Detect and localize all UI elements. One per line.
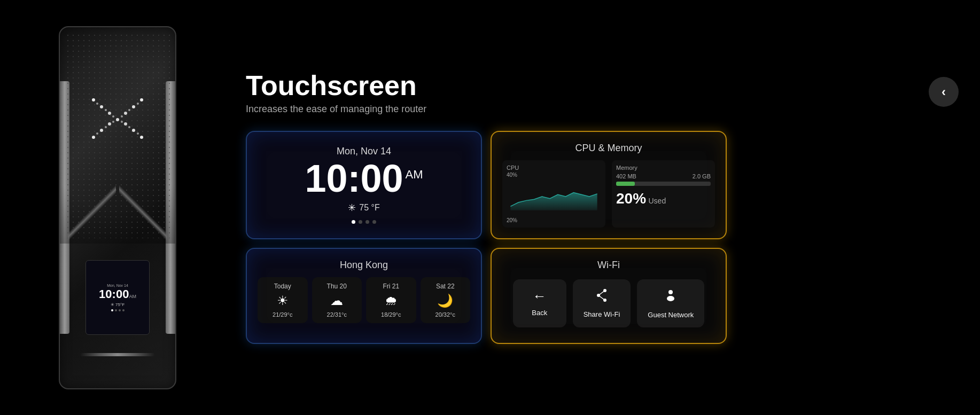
day-label-thu: Thu 20 — [327, 283, 347, 290]
svg-point-2 — [108, 112, 111, 115]
memory-pct: 20% — [616, 190, 646, 207]
datetime-dots — [352, 220, 376, 224]
svg-point-30 — [668, 290, 673, 294]
sun-icon: ✳ — [348, 202, 356, 214]
svg-point-4 — [124, 112, 127, 115]
guest-svg — [663, 288, 678, 303]
dot-4 — [372, 220, 376, 224]
weather-card: Hong Kong Today ☀ 21/29°c Thu 20 ☁ 22/31… — [246, 248, 482, 344]
screen-weather: ✳ 75°F — [111, 302, 125, 307]
memory-bar-fill — [616, 182, 635, 186]
weather-temp-thu: 22/31°c — [327, 311, 347, 318]
back-arrow-icon: ← — [533, 288, 547, 304]
header-section: Touchscreen Increases the ease of managi… — [246, 72, 959, 115]
wifi-buttons: ← Back Share Wi-Fi — [502, 279, 715, 327]
weather-days: Today ☀ 21/29°c Thu 20 ☁ 22/31°c Fri 21 … — [258, 277, 470, 323]
svg-point-1 — [100, 105, 103, 108]
router-bottom-strip — [80, 353, 155, 356]
memory-total: 2.0 GB — [693, 173, 711, 179]
weather-temp-fri: 18/29°c — [381, 311, 401, 318]
cpu-chart-svg — [507, 178, 601, 215]
page-title: Touchscreen — [246, 72, 426, 99]
title-area: Touchscreen Increases the ease of managi… — [246, 72, 426, 115]
screen-dots — [111, 309, 125, 311]
svg-point-3 — [116, 118, 119, 121]
wifi-card: Wi-Fi ← Back — [491, 248, 727, 344]
memory-label: Memory — [616, 165, 711, 171]
svg-point-6 — [140, 98, 143, 101]
weather-temp-sat: 20/32°c — [435, 311, 455, 318]
datetime-time: 10:00AM — [305, 159, 423, 198]
weather-day-sat: Sat 22 🌙 20/32°c — [421, 277, 471, 323]
weather-day-fri: Fri 21 🌧 18/29°c — [366, 277, 416, 323]
share-wifi-button[interactable]: Share Wi-Fi — [573, 279, 631, 327]
day-label-sat: Sat 22 — [436, 283, 455, 290]
weather-icon-sat: 🌙 — [437, 293, 453, 308]
memory-used-label: Used — [649, 197, 666, 205]
svg-point-16 — [121, 115, 123, 118]
weather-day-today: Today ☀ 21/29°c — [258, 277, 308, 323]
wifi-back-button[interactable]: ← Back — [513, 279, 566, 327]
cpu-40-pct: 40% — [507, 172, 601, 178]
memory-used-mb: 402 MB — [616, 173, 636, 179]
svg-line-29 — [598, 295, 605, 300]
screen-time: 10:00 — [99, 288, 129, 300]
weather-icon-today: ☀ — [277, 293, 289, 308]
guest-network-label: Guest Network — [648, 311, 694, 319]
memory-bar-bg — [616, 182, 711, 186]
cpu-memory-card: CPU & Memory CPU 40% — [491, 131, 727, 239]
share-icon — [594, 288, 609, 306]
screen-date: Mon, Nov 14 — [107, 284, 128, 287]
datetime-card: Mon, Nov 14 10:00AM ✳ 75 °F — [246, 131, 482, 239]
datetime-temperature: 75 °F — [359, 203, 379, 213]
svg-point-21 — [121, 121, 123, 123]
day-label-today: Today — [274, 283, 291, 290]
back-chevron-icon: ‹ — [942, 84, 946, 99]
cpu-label: CPU — [507, 165, 601, 171]
router-device: Mon, Nov 14 10:00 AM ✳ 75°F — [32, 0, 203, 415]
back-button[interactable]: ‹ — [929, 77, 959, 107]
weather-day-thu: Thu 20 ☁ 22/31°c — [312, 277, 362, 323]
datetime-ampm: AM — [406, 168, 423, 181]
router-screen: Mon, Nov 14 10:00 AM ✳ 75°F — [85, 260, 150, 335]
day-label-fri: Fri 21 — [383, 283, 399, 290]
guest-icon — [663, 288, 678, 307]
share-wifi-label: Share Wi-Fi — [584, 310, 620, 318]
wifi-back-label: Back — [532, 309, 547, 317]
time-value: 10:00 — [305, 157, 403, 200]
svg-point-18 — [137, 103, 139, 105]
weather-icon-fri: 🌧 — [385, 293, 398, 308]
svg-point-31 — [667, 296, 674, 301]
memory-values: 402 MB 2.0 GB — [616, 173, 711, 179]
svg-point-14 — [105, 109, 107, 111]
svg-point-10 — [108, 122, 111, 126]
cpu-card-inner: CPU 40% 20% Me — [502, 160, 715, 228]
main-content: Touchscreen Increases the ease of managi… — [235, 0, 980, 415]
svg-point-17 — [128, 109, 130, 111]
weather-icon-thu: ☁ — [330, 293, 343, 308]
cpu-card-title: CPU & Memory — [502, 143, 715, 154]
memory-area: Memory 402 MB 2.0 GB 20% Used — [612, 160, 715, 228]
guest-network-button[interactable]: Guest Network — [637, 279, 704, 327]
share-svg — [594, 288, 609, 303]
svg-point-15 — [112, 115, 114, 118]
screen-ampm: AM — [129, 294, 136, 299]
router-body: Mon, Nov 14 10:00 AM ✳ 75°F — [59, 26, 176, 389]
datetime-weather: ✳ 75 °F — [348, 202, 379, 214]
weather-card-title: Hong Kong — [258, 260, 470, 271]
weather-temp-today: 21/29°c — [273, 311, 292, 318]
svg-point-13 — [96, 103, 98, 105]
svg-point-5 — [132, 105, 135, 108]
wifi-card-title: Wi-Fi — [502, 260, 715, 271]
svg-point-9 — [124, 122, 127, 126]
svg-point-0 — [92, 98, 95, 101]
memory-used-display: 20% Used — [616, 190, 711, 207]
cards-grid: Mon, Nov 14 10:00AM ✳ 75 °F CPU & Memory… — [246, 131, 727, 344]
datetime-date: Mon, Nov 14 — [337, 146, 391, 157]
svg-line-28 — [598, 291, 605, 295]
dot-1 — [352, 220, 355, 224]
page-subtitle: Increases the ease of managing the route… — [246, 104, 426, 115]
svg-point-22 — [112, 121, 114, 123]
cpu-chart-area: CPU 40% 20% — [502, 160, 605, 228]
dot-2 — [359, 220, 362, 224]
